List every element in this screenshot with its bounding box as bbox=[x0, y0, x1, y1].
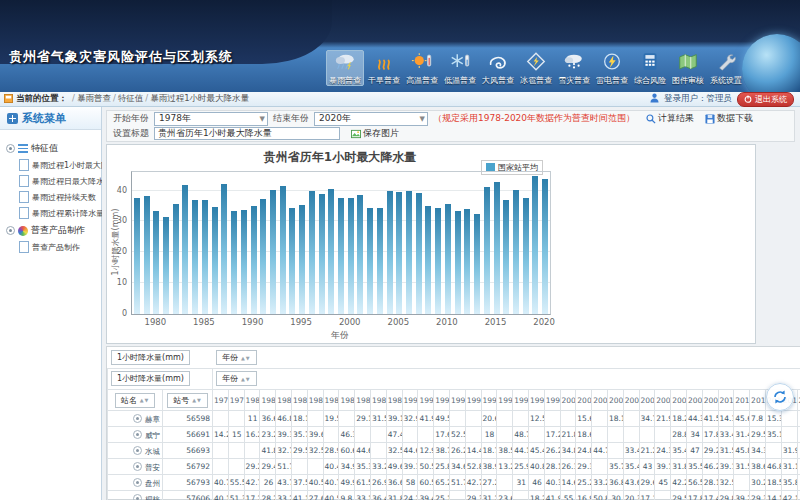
bar-1992[interactable] bbox=[270, 190, 276, 314]
sort-arrows-icon[interactable]: ▲▼ bbox=[192, 397, 202, 403]
year-column-header[interactable]: 1985 bbox=[323, 390, 339, 411]
year-column-header[interactable]: 1984 bbox=[307, 390, 323, 411]
year-column-header[interactable]: 2005 bbox=[639, 390, 655, 411]
year-column-header[interactable]: 2009 bbox=[702, 390, 718, 411]
nav-item-high-temp[interactable]: 高温普查 bbox=[404, 50, 440, 86]
year-column-header[interactable]: 1993 bbox=[449, 390, 465, 411]
bar-1996[interactable] bbox=[309, 191, 315, 314]
year-column-header[interactable]: 1986 bbox=[339, 390, 355, 411]
bar-2012[interactable] bbox=[464, 209, 470, 314]
nav-item-wind[interactable]: 大风普查 bbox=[480, 50, 516, 86]
breadcrumb-item[interactable]: 特征值 bbox=[118, 93, 144, 103]
year-column-header[interactable]: 1979 bbox=[228, 390, 244, 411]
nav-item-map-review[interactable]: 图件审核 bbox=[670, 50, 706, 86]
station-name-cell[interactable]: 盘州 bbox=[108, 475, 163, 491]
bar-2015[interactable] bbox=[494, 182, 500, 314]
year-column-header[interactable]: 2007 bbox=[671, 390, 687, 411]
bar-1984[interactable] bbox=[192, 200, 198, 314]
nav-item-low-temp[interactable]: 低温普查 bbox=[442, 50, 478, 86]
row-expand-icon[interactable] bbox=[133, 430, 142, 439]
nav-item-lightning[interactable]: 雷电普查 bbox=[594, 50, 630, 86]
bar-1988[interactable] bbox=[231, 211, 237, 314]
bar-2016[interactable] bbox=[503, 200, 509, 314]
bar-2003[interactable] bbox=[377, 208, 383, 315]
bar-2010[interactable] bbox=[445, 204, 451, 314]
year-column-header[interactable]: 1997 bbox=[513, 390, 529, 411]
station-name-header-chip[interactable]: 站名 ▲▼ bbox=[115, 393, 156, 408]
data-download-button[interactable]: 数据下载 bbox=[705, 112, 753, 125]
bar-2018[interactable] bbox=[523, 198, 529, 314]
year-column-header[interactable]: 1992 bbox=[434, 390, 450, 411]
bar-1989[interactable] bbox=[241, 210, 247, 314]
sidebar-group[interactable]: 普查产品制作 bbox=[6, 224, 99, 237]
year-column-header[interactable]: 2001 bbox=[576, 390, 592, 411]
year-column-header[interactable]: 1991 bbox=[418, 390, 434, 411]
row-expand-icon[interactable] bbox=[133, 414, 142, 423]
sort-arrows-icon[interactable]: ▲▼ bbox=[241, 376, 251, 382]
station-name-cell[interactable]: 普安 bbox=[108, 459, 163, 475]
tree-expander-icon[interactable] bbox=[6, 226, 15, 235]
bar-1980[interactable] bbox=[153, 211, 159, 314]
sidebar-item[interactable]: 暴雨过程持续天数 bbox=[19, 191, 99, 203]
year-column-header[interactable]: 1988 bbox=[370, 390, 386, 411]
bar-1995[interactable] bbox=[299, 205, 305, 314]
station-name-cell[interactable]: 桐梓 bbox=[108, 491, 163, 500]
year-column-header[interactable]: 1999 bbox=[544, 390, 560, 411]
station-name-cell[interactable]: 威宁 bbox=[108, 427, 163, 443]
bar-1998[interactable] bbox=[328, 189, 334, 314]
breadcrumb-item[interactable]: 暴雨普查 bbox=[77, 93, 111, 103]
bar-1979[interactable] bbox=[144, 196, 150, 314]
nav-item-snow[interactable]: 雪灾普查 bbox=[556, 50, 592, 86]
year-column-header[interactable]: 1978 bbox=[213, 390, 229, 411]
bar-1985[interactable] bbox=[202, 200, 208, 314]
bar-1986[interactable] bbox=[212, 207, 218, 314]
year-column-header[interactable]: 2004 bbox=[623, 390, 639, 411]
bar-1978[interactable] bbox=[134, 198, 140, 314]
year-sort-chip[interactable]: 年份 ▲▼ bbox=[216, 350, 257, 365]
year-column-header[interactable]: 1995 bbox=[481, 390, 497, 411]
bar-1987[interactable] bbox=[221, 184, 227, 314]
bar-2008[interactable] bbox=[425, 206, 431, 314]
year-column-header[interactable]: 1989 bbox=[386, 390, 402, 411]
station-name-cell[interactable]: 水城 bbox=[108, 443, 163, 459]
sort-arrows-icon[interactable]: ▲▼ bbox=[140, 397, 150, 403]
year-column-header[interactable]: 1983 bbox=[292, 390, 308, 411]
calc-result-button[interactable]: 计算结果 bbox=[646, 112, 694, 125]
bar-2001[interactable] bbox=[357, 195, 363, 314]
bar-1999[interactable] bbox=[338, 198, 344, 314]
year-column-header[interactable]: 2008 bbox=[686, 390, 702, 411]
logout-button[interactable]: 退出系统 bbox=[737, 92, 794, 107]
tree-expander-icon[interactable] bbox=[6, 144, 15, 153]
year-column-header[interactable]: 1987 bbox=[355, 390, 371, 411]
bar-1997[interactable] bbox=[319, 194, 325, 314]
bar-1983[interactable] bbox=[182, 185, 188, 314]
bar-2017[interactable] bbox=[513, 190, 519, 314]
year-column-header[interactable]: 1998 bbox=[528, 390, 544, 411]
bar-1991[interactable] bbox=[260, 199, 266, 314]
year-column-header[interactable]: 2000 bbox=[560, 390, 576, 411]
bar-2019[interactable] bbox=[532, 176, 538, 314]
year-column-header[interactable]: 2003 bbox=[607, 390, 623, 411]
start-year-select[interactable]: 1978年▼ bbox=[154, 112, 268, 126]
row-expand-icon[interactable] bbox=[133, 462, 142, 471]
year-column-header[interactable]: 1981 bbox=[260, 390, 276, 411]
chart-title-input[interactable] bbox=[154, 127, 340, 140]
year-column-header[interactable]: 1996 bbox=[497, 390, 513, 411]
nav-item-composite-risk[interactable]: 综合风险 bbox=[632, 50, 668, 86]
nav-item-hail[interactable]: 冰雹普查 bbox=[518, 50, 554, 86]
end-year-select[interactable]: 2020年▼ bbox=[314, 112, 428, 126]
bar-2000[interactable] bbox=[348, 198, 354, 314]
refresh-float-button[interactable] bbox=[766, 383, 794, 411]
year-column-header[interactable]: 1990 bbox=[402, 390, 418, 411]
sidebar-item[interactable]: 暴雨过程日最大降水量 bbox=[19, 175, 99, 187]
nav-item-rainstorm[interactable]: 暴雨普查 bbox=[326, 50, 364, 86]
year-column-header[interactable]: 1994 bbox=[465, 390, 481, 411]
year-column-header[interactable]: 1982 bbox=[276, 390, 292, 411]
unit-chip[interactable]: 1小时降水量(mm) bbox=[111, 350, 190, 365]
year-column-header[interactable]: 2006 bbox=[655, 390, 671, 411]
bar-1994[interactable] bbox=[289, 208, 295, 314]
year-column-header[interactable]: 2011 bbox=[734, 390, 750, 411]
save-image-button[interactable]: 保存图片 bbox=[351, 127, 399, 140]
bar-2014[interactable] bbox=[484, 187, 490, 314]
nav-item-settings[interactable]: 系统设置 bbox=[708, 50, 744, 86]
